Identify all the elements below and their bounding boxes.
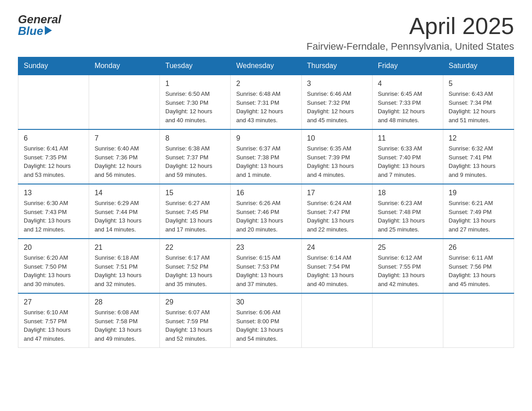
day-info: Sunrise: 6:12 AM Sunset: 7:55 PM Dayligh… — [378, 253, 438, 288]
day-number: 9 — [236, 134, 296, 142]
day-info: Sunrise: 6:14 AM Sunset: 7:54 PM Dayligh… — [307, 253, 367, 288]
day-number: 8 — [165, 134, 225, 142]
day-number: 19 — [449, 189, 508, 197]
page-title: April 2025 — [307, 13, 514, 39]
page-subtitle: Fairview-Ferndale, Pennsylvania, United … — [307, 41, 514, 52]
calendar-cell: 27Sunrise: 6:10 AM Sunset: 7:57 PM Dayli… — [18, 293, 89, 348]
day-number: 1 — [165, 80, 225, 88]
day-number: 3 — [307, 80, 367, 88]
day-number: 10 — [307, 134, 367, 142]
calendar-cell: 14Sunrise: 6:29 AM Sunset: 7:44 PM Dayli… — [89, 184, 160, 239]
calendar-cell: 23Sunrise: 6:15 AM Sunset: 7:53 PM Dayli… — [231, 239, 301, 293]
calendar-header-monday: Monday — [89, 57, 160, 75]
day-number: 26 — [449, 244, 508, 252]
day-info: Sunrise: 6:10 AM Sunset: 7:57 PM Dayligh… — [24, 308, 83, 343]
day-info: Sunrise: 6:23 AM Sunset: 7:48 PM Dayligh… — [378, 199, 438, 234]
day-info: Sunrise: 6:33 AM Sunset: 7:40 PM Dayligh… — [378, 144, 438, 179]
calendar-cell: 6Sunrise: 6:41 AM Sunset: 7:35 PM Daylig… — [18, 129, 89, 184]
calendar-cell: 10Sunrise: 6:35 AM Sunset: 7:39 PM Dayli… — [301, 129, 372, 184]
calendar-cell: 5Sunrise: 6:43 AM Sunset: 7:34 PM Daylig… — [443, 75, 514, 129]
day-info: Sunrise: 6:29 AM Sunset: 7:44 PM Dayligh… — [94, 199, 154, 234]
day-info: Sunrise: 6:46 AM Sunset: 7:32 PM Dayligh… — [307, 90, 367, 124]
day-info: Sunrise: 6:08 AM Sunset: 7:58 PM Dayligh… — [94, 308, 154, 343]
day-info: Sunrise: 6:40 AM Sunset: 7:36 PM Dayligh… — [94, 144, 154, 179]
day-number: 29 — [165, 298, 225, 306]
day-number: 11 — [378, 134, 438, 142]
day-number: 28 — [94, 298, 154, 306]
day-info: Sunrise: 6:07 AM Sunset: 7:59 PM Dayligh… — [165, 308, 225, 343]
calendar-cell: 19Sunrise: 6:21 AM Sunset: 7:49 PM Dayli… — [443, 184, 514, 239]
day-number: 25 — [378, 244, 438, 252]
day-number: 2 — [236, 80, 296, 88]
calendar-cell: 2Sunrise: 6:48 AM Sunset: 7:31 PM Daylig… — [231, 75, 301, 129]
calendar-cell — [89, 75, 160, 129]
calendar-week-5: 27Sunrise: 6:10 AM Sunset: 7:57 PM Dayli… — [18, 293, 514, 348]
day-number: 12 — [449, 134, 508, 142]
calendar-cell: 22Sunrise: 6:17 AM Sunset: 7:52 PM Dayli… — [160, 239, 231, 293]
calendar-cell: 25Sunrise: 6:12 AM Sunset: 7:55 PM Dayli… — [372, 239, 443, 293]
calendar-cell — [372, 293, 443, 348]
calendar-week-1: 1Sunrise: 6:50 AM Sunset: 7:30 PM Daylig… — [18, 75, 514, 129]
calendar-header-tuesday: Tuesday — [160, 57, 231, 75]
day-number: 20 — [24, 244, 83, 252]
day-info: Sunrise: 6:32 AM Sunset: 7:41 PM Dayligh… — [449, 144, 508, 179]
day-info: Sunrise: 6:24 AM Sunset: 7:47 PM Dayligh… — [307, 199, 367, 234]
day-info: Sunrise: 6:06 AM Sunset: 8:00 PM Dayligh… — [236, 308, 296, 343]
day-number: 30 — [236, 298, 296, 306]
day-info: Sunrise: 6:41 AM Sunset: 7:35 PM Dayligh… — [24, 144, 83, 179]
day-number: 24 — [307, 244, 367, 252]
calendar-cell: 17Sunrise: 6:24 AM Sunset: 7:47 PM Dayli… — [301, 184, 372, 239]
calendar-cell: 28Sunrise: 6:08 AM Sunset: 7:58 PM Dayli… — [89, 293, 160, 348]
logo: General Blue — [18, 13, 61, 37]
day-info: Sunrise: 6:27 AM Sunset: 7:45 PM Dayligh… — [165, 199, 225, 234]
day-info: Sunrise: 6:20 AM Sunset: 7:50 PM Dayligh… — [24, 253, 83, 288]
calendar-cell: 24Sunrise: 6:14 AM Sunset: 7:54 PM Dayli… — [301, 239, 372, 293]
calendar-cell: 21Sunrise: 6:18 AM Sunset: 7:51 PM Dayli… — [89, 239, 160, 293]
calendar-header-thursday: Thursday — [301, 57, 372, 75]
calendar-week-2: 6Sunrise: 6:41 AM Sunset: 7:35 PM Daylig… — [18, 129, 514, 184]
calendar-cell: 8Sunrise: 6:38 AM Sunset: 7:37 PM Daylig… — [160, 129, 231, 184]
day-info: Sunrise: 6:35 AM Sunset: 7:39 PM Dayligh… — [307, 144, 367, 179]
calendar-week-4: 20Sunrise: 6:20 AM Sunset: 7:50 PM Dayli… — [18, 239, 514, 293]
day-number: 6 — [24, 134, 83, 142]
calendar-cell: 29Sunrise: 6:07 AM Sunset: 7:59 PM Dayli… — [160, 293, 231, 348]
day-info: Sunrise: 6:45 AM Sunset: 7:33 PM Dayligh… — [378, 90, 438, 124]
day-number: 4 — [378, 80, 438, 88]
day-info: Sunrise: 6:11 AM Sunset: 7:56 PM Dayligh… — [449, 253, 508, 288]
day-number: 23 — [236, 244, 296, 252]
calendar-header-row: SundayMondayTuesdayWednesdayThursdayFrid… — [18, 57, 514, 75]
day-info: Sunrise: 6:21 AM Sunset: 7:49 PM Dayligh… — [449, 199, 508, 234]
day-number: 13 — [24, 189, 83, 197]
day-number: 5 — [449, 80, 508, 88]
logo-general-text: General — [18, 13, 61, 25]
day-info: Sunrise: 6:50 AM Sunset: 7:30 PM Dayligh… — [165, 90, 225, 124]
day-number: 16 — [236, 189, 296, 197]
calendar-header-sunday: Sunday — [18, 57, 89, 75]
calendar-cell: 16Sunrise: 6:26 AM Sunset: 7:46 PM Dayli… — [231, 184, 301, 239]
day-number: 7 — [94, 134, 154, 142]
calendar-cell: 12Sunrise: 6:32 AM Sunset: 7:41 PM Dayli… — [443, 129, 514, 184]
title-area: April 2025 Fairview-Ferndale, Pennsylvan… — [307, 13, 514, 52]
logo-triangle-icon — [45, 26, 52, 35]
calendar-header-wednesday: Wednesday — [231, 57, 301, 75]
calendar-cell: 15Sunrise: 6:27 AM Sunset: 7:45 PM Dayli… — [160, 184, 231, 239]
day-info: Sunrise: 6:38 AM Sunset: 7:37 PM Dayligh… — [165, 144, 225, 179]
calendar-cell: 20Sunrise: 6:20 AM Sunset: 7:50 PM Dayli… — [18, 239, 89, 293]
day-number: 18 — [378, 189, 438, 197]
day-number: 22 — [165, 244, 225, 252]
calendar-cell — [18, 75, 89, 129]
day-info: Sunrise: 6:30 AM Sunset: 7:43 PM Dayligh… — [24, 199, 83, 234]
calendar-cell: 26Sunrise: 6:11 AM Sunset: 7:56 PM Dayli… — [443, 239, 514, 293]
calendar-cell: 1Sunrise: 6:50 AM Sunset: 7:30 PM Daylig… — [160, 75, 231, 129]
day-info: Sunrise: 6:43 AM Sunset: 7:34 PM Dayligh… — [449, 90, 508, 124]
calendar-header-saturday: Saturday — [443, 57, 514, 75]
calendar-table: SundayMondayTuesdayWednesdayThursdayFrid… — [18, 57, 514, 348]
day-number: 27 — [24, 298, 83, 306]
day-number: 14 — [94, 189, 154, 197]
calendar-cell — [443, 293, 514, 348]
calendar-week-3: 13Sunrise: 6:30 AM Sunset: 7:43 PM Dayli… — [18, 184, 514, 239]
day-number: 15 — [165, 189, 225, 197]
calendar-cell: 18Sunrise: 6:23 AM Sunset: 7:48 PM Dayli… — [372, 184, 443, 239]
day-info: Sunrise: 6:37 AM Sunset: 7:38 PM Dayligh… — [236, 144, 296, 179]
day-number: 17 — [307, 189, 367, 197]
